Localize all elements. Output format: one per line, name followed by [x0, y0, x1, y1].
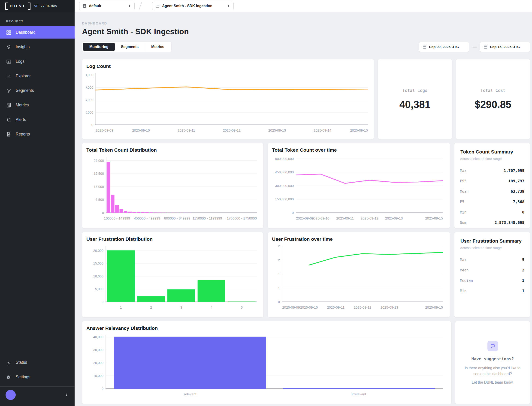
token-count-distribution-card: Total Token Count Distribution 06,50013,…	[82, 143, 263, 228]
svg-text:2025-09-13: 2025-09-13	[385, 216, 403, 220]
summary-row-value: 1	[522, 289, 524, 293]
summary-row-value: 189,797	[508, 179, 524, 183]
total-logs-value: 40,381	[400, 99, 431, 110]
user-frustration-distribution-card: User Frustration Distribution 05,00010,0…	[82, 232, 263, 317]
svg-text:2025-09-13: 2025-09-13	[380, 305, 398, 309]
page-title: Agent Smith - SDK Ingestion	[82, 27, 530, 36]
summary-row: Median1	[460, 278, 524, 283]
svg-text:1700000 - 1750000: 1700000 - 1750000	[227, 216, 257, 220]
sidebar-item-label: Segments	[16, 88, 34, 93]
log-count-card: Log Count 02,0004,0006,0008,0002025-09-0…	[82, 59, 374, 139]
token-count-distribution-chart: 06,50013,00019,50026,000100000 - 1499994…	[86, 154, 260, 225]
chart-title: Total Token Count over time	[271, 147, 446, 153]
funnel-icon	[6, 88, 12, 94]
sidebar-item-dashboard[interactable]: Dashboard	[0, 26, 75, 38]
logo-bracket-left	[5, 3, 8, 10]
svg-text:2: 2	[278, 244, 280, 248]
svg-text:100000 - 149999: 100000 - 149999	[104, 216, 130, 220]
folder-icon	[155, 4, 160, 8]
sidebar-item-label: Reports	[16, 132, 30, 137]
summary-row-value: 1	[522, 278, 524, 283]
sidebar-item-label: Logs	[16, 59, 24, 64]
table-icon	[6, 59, 12, 64]
sidebar: DBNL v0.27.0-dev PROJECT Dashboard Insig…	[0, 0, 75, 406]
svg-text:2025-09-10: 2025-09-10	[312, 216, 329, 220]
start-date-value: Sep 09, 2025 UTC	[429, 45, 459, 49]
row-3: User Frustration Distribution 05,00010,0…	[82, 232, 530, 317]
calendar-icon	[483, 45, 488, 49]
svg-text:2025-09-13: 2025-09-13	[268, 128, 286, 132]
sidebar-item-reports[interactable]: Reports	[0, 128, 75, 140]
calendar-icon	[422, 45, 427, 49]
summary-row: Sum2,573,848,695	[460, 220, 524, 225]
summary-row-label: P95	[460, 179, 466, 183]
user-menu-button[interactable]	[0, 387, 75, 404]
sidebar-item-metrics[interactable]: Metrics	[0, 99, 75, 111]
log-count-chart: 02,0004,0006,0008,0002025-09-092025-09-1…	[86, 70, 370, 136]
namespace-select[interactable]: default	[79, 2, 135, 10]
token-count-over-time-card: Total Token Count over time 0150,000,000…	[268, 143, 450, 228]
breadcrumb-slash	[139, 2, 142, 10]
svg-text:20,000: 20,000	[93, 249, 103, 253]
svg-text:10,000: 10,000	[93, 374, 103, 378]
svg-text:6,000: 6,000	[86, 86, 93, 89]
svg-text:2025-09-11: 2025-09-11	[178, 128, 195, 132]
token-count-summary-card: Token Count Summary Across selected time…	[454, 143, 530, 228]
svg-text:relevant: relevant	[184, 392, 197, 396]
dbnl-logo: DBNL	[5, 3, 30, 10]
sidebar-item-explorer[interactable]: Explorer	[0, 70, 75, 82]
chart-line-icon	[6, 73, 12, 79]
sidebar-item-label: Dashboard	[16, 30, 36, 35]
app-window: DBNL v0.27.0-dev PROJECT Dashboard Insig…	[0, 0, 532, 406]
svg-text:0: 0	[102, 387, 103, 391]
tab-segments[interactable]: Segments	[115, 43, 145, 51]
sidebar-item-settings[interactable]: Settings	[0, 371, 75, 383]
sidebar-item-insights[interactable]: Insights	[0, 41, 75, 53]
date-range: Sep 09, 2025 UTC — Sep 15, 2025 UTC	[419, 42, 530, 52]
suggestions-body-2: Let the DBNL team know.	[472, 380, 514, 384]
logo-text: DBNL	[10, 4, 27, 8]
project-select[interactable]: Agent Smith - SDK Ingestion	[152, 2, 234, 10]
sidebar-item-logs[interactable]: Logs	[0, 55, 75, 68]
svg-text:2025-09-14: 2025-09-14	[313, 128, 331, 132]
sidebar-item-alerts[interactable]: Alerts	[0, 114, 75, 126]
total-cost-label: Total Cost	[481, 88, 505, 93]
svg-text:4: 4	[211, 305, 212, 309]
sidebar-item-segments[interactable]: Segments	[0, 85, 75, 97]
sidebar-item-label: Insights	[16, 44, 29, 49]
row-4: Answer Relevancy Distribution 010,00020,…	[82, 321, 530, 404]
suggestions-body: Is there anything else you’d like to see…	[464, 365, 522, 377]
summary-row: Mean2	[460, 268, 524, 272]
svg-text:10,000: 10,000	[93, 275, 103, 278]
svg-text:2025-09-15: 2025-09-15	[425, 216, 443, 220]
sidebar-spacer	[0, 143, 75, 356]
answer-relevancy-distribution-card: Answer Relevancy Distribution 010,00020,…	[82, 321, 452, 404]
svg-text:15,000: 15,000	[93, 261, 103, 265]
avatar[interactable]	[6, 390, 16, 400]
chevron-up-down-icon	[226, 4, 231, 8]
svg-text:8,000: 8,000	[86, 73, 93, 77]
sidebar-item-status[interactable]: Status	[0, 356, 75, 369]
svg-text:300,000,000: 300,000,000	[275, 184, 294, 188]
sidebar-item-label: Metrics	[16, 103, 29, 108]
svg-text:irrelevant: irrelevant	[352, 392, 366, 396]
svg-text:2025-09-09: 2025-09-09	[282, 305, 300, 309]
end-date-input[interactable]: Sep 15, 2025 UTC	[480, 42, 530, 52]
summary-rows: Max5 Mean2 Median1 Min1	[460, 258, 524, 293]
summary-row-label: Median	[460, 279, 473, 283]
chart-title: Log Count	[86, 63, 370, 69]
tab-metrics[interactable]: Metrics	[145, 43, 170, 51]
suggestions-card: Have suggestions? Is there anything else…	[455, 321, 530, 404]
user-frustration-distribution-chart: 05,00010,00015,00020,00012345	[86, 243, 260, 314]
box-icon	[82, 4, 87, 8]
bell-icon	[6, 117, 12, 123]
tab-monitoring[interactable]: Monitoring	[83, 43, 115, 51]
summary-row: Mean63,739	[460, 189, 524, 194]
svg-text:2025-09-10: 2025-09-10	[132, 128, 150, 132]
dashboard-content: DASHBOARD Agent Smith - SDK Ingestion Mo…	[75, 12, 532, 406]
start-date-input[interactable]: Sep 09, 2025 UTC	[419, 42, 469, 52]
summary-row-label: Min	[460, 210, 466, 214]
dashboard-icon	[6, 30, 12, 35]
svg-text:19,500: 19,500	[94, 172, 104, 175]
summary-row-value: 0	[522, 210, 524, 214]
